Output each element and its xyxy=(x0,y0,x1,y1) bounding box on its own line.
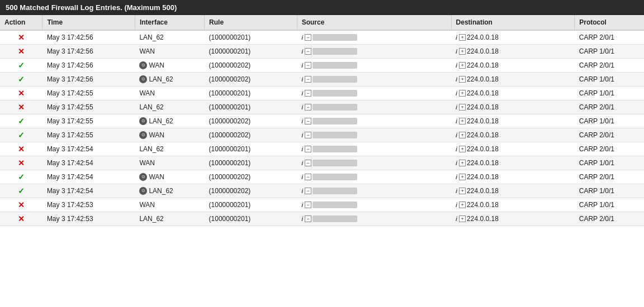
dest-info-icon[interactable]: i xyxy=(456,48,457,55)
source-minus-button[interactable]: − xyxy=(305,90,311,97)
rule-cell: (1000000202) xyxy=(205,59,297,73)
allow-icon: ✓ xyxy=(18,172,25,181)
source-minus-button[interactable]: − xyxy=(305,62,311,69)
dest-info-icon[interactable]: i xyxy=(456,146,457,152)
source-minus-button[interactable]: − xyxy=(305,104,311,111)
source-minus-button[interactable]: − xyxy=(305,76,311,83)
destination-cell: i+ 224.0.0.18 xyxy=(451,128,575,142)
source-minus-button[interactable]: − xyxy=(305,118,311,124)
protocol-cell: CARP 2/0/1 xyxy=(575,142,644,156)
source-minus-button[interactable]: − xyxy=(305,132,311,138)
protocol-cell: CARP 2/0/1 xyxy=(575,59,644,73)
dest-info-icon[interactable]: i xyxy=(456,34,457,41)
time-cell: May 3 17:42:53 xyxy=(42,198,135,212)
dest-info-icon[interactable]: i xyxy=(456,104,457,111)
interface-cell: ⊙LAN_62 xyxy=(135,73,204,87)
dest-info-icon[interactable]: i xyxy=(456,118,457,124)
deny-icon: ✕ xyxy=(18,145,25,154)
dest-info-icon[interactable]: i xyxy=(456,160,457,166)
dest-info-icon[interactable]: i xyxy=(456,188,457,194)
source-info-icon[interactable]: i xyxy=(301,215,303,222)
dest-plus-button[interactable]: + xyxy=(459,118,466,124)
dest-plus-button[interactable]: + xyxy=(459,48,466,55)
protocol-cell: CARP 2/0/1 xyxy=(575,128,644,142)
source-ip xyxy=(312,174,357,180)
dest-info-icon[interactable]: i xyxy=(456,62,457,69)
dest-plus-button[interactable]: + xyxy=(459,104,466,111)
dest-plus-button[interactable]: + xyxy=(459,160,466,166)
interface-cell: LAN_62 xyxy=(135,212,204,226)
deny-icon: ✕ xyxy=(18,200,25,209)
source-info-icon[interactable]: i xyxy=(301,62,303,69)
dest-info-icon[interactable]: i xyxy=(456,132,457,138)
source-minus-button[interactable]: − xyxy=(305,188,311,194)
source-minus-button[interactable]: − xyxy=(305,160,311,166)
source-info-icon[interactable]: i xyxy=(301,132,303,138)
time-cell: May 3 17:42:55 xyxy=(42,114,135,128)
allow-icon: ✓ xyxy=(18,186,25,195)
dest-info-icon[interactable]: i xyxy=(456,174,457,180)
dest-plus-button[interactable]: + xyxy=(459,215,466,222)
destination-cell: i+ 224.0.0.18 xyxy=(451,156,575,170)
source-minus-button[interactable]: − xyxy=(305,215,311,222)
rule-cell: (1000000202) xyxy=(205,114,297,128)
time-cell: May 3 17:42:55 xyxy=(42,128,135,142)
dest-ip: 224.0.0.18 xyxy=(467,131,499,139)
dest-ip: 224.0.0.18 xyxy=(467,159,499,167)
dest-info-icon[interactable]: i xyxy=(456,215,457,222)
source-minus-button[interactable]: − xyxy=(305,34,311,41)
source-info-icon[interactable]: i xyxy=(301,160,303,166)
interface-circle-icon: ⊙ xyxy=(139,173,147,181)
dest-info-icon[interactable]: i xyxy=(456,90,457,97)
dest-info-icon[interactable]: i xyxy=(456,202,457,208)
protocol-cell: CARP 1/0/1 xyxy=(575,73,644,87)
source-cell: i− xyxy=(297,59,451,73)
rule-cell: (1000000202) xyxy=(205,128,297,142)
dest-info-icon[interactable]: i xyxy=(456,76,457,83)
source-minus-button[interactable]: − xyxy=(305,174,311,180)
action-cell: ✕ xyxy=(0,142,42,156)
interface-name: LAN_62 xyxy=(139,103,163,111)
source-info-icon[interactable]: i xyxy=(301,48,303,55)
source-info-icon[interactable]: i xyxy=(301,90,303,97)
rule-cell: (1000000201) xyxy=(205,87,297,100)
interface-circle-icon: ⊙ xyxy=(139,131,147,139)
destination-cell: i+ 224.0.0.18 xyxy=(451,198,575,212)
source-minus-button[interactable]: − xyxy=(305,146,311,152)
source-info-icon[interactable]: i xyxy=(301,118,303,124)
rule-cell: (1000000202) xyxy=(205,184,297,198)
dest-plus-button[interactable]: + xyxy=(459,202,466,208)
dest-plus-button[interactable]: + xyxy=(459,90,466,97)
source-info-icon[interactable]: i xyxy=(301,174,303,180)
dest-plus-button[interactable]: + xyxy=(459,174,466,180)
dest-plus-button[interactable]: + xyxy=(459,132,466,138)
dest-ip: 224.0.0.18 xyxy=(467,173,499,181)
dest-plus-button[interactable]: + xyxy=(459,146,466,152)
col-header-action: Action xyxy=(0,15,42,30)
destination-cell: i+ 224.0.0.18 xyxy=(451,170,575,184)
dest-plus-button[interactable]: + xyxy=(459,76,466,83)
col-header-interface: Interface xyxy=(135,15,204,30)
source-info-icon[interactable]: i xyxy=(301,146,303,152)
source-minus-button[interactable]: − xyxy=(305,202,311,208)
protocol-cell: CARP 1/0/1 xyxy=(575,184,644,198)
protocol-cell: CARP 2/0/1 xyxy=(575,100,644,114)
protocol-cell: CARP 1/0/1 xyxy=(575,45,644,59)
source-info-icon[interactable]: i xyxy=(301,104,303,111)
dest-plus-button[interactable]: + xyxy=(459,62,466,69)
table-row: ✓May 3 17:42:56⊙WAN(1000000202)i− i+ 224… xyxy=(0,59,644,73)
dest-plus-button[interactable]: + xyxy=(459,188,466,194)
dest-plus-button[interactable]: + xyxy=(459,34,466,41)
interface-cell: LAN_62 xyxy=(135,30,204,45)
source-ip xyxy=(312,146,357,152)
source-info-icon[interactable]: i xyxy=(301,76,303,83)
rule-cell: (1000000202) xyxy=(205,170,297,184)
source-minus-button[interactable]: − xyxy=(305,48,311,55)
interface-name: LAN_62 xyxy=(149,187,173,195)
source-info-icon[interactable]: i xyxy=(301,202,303,208)
source-info-icon[interactable]: i xyxy=(301,34,303,41)
dest-ip: 224.0.0.18 xyxy=(467,187,499,195)
source-info-icon[interactable]: i xyxy=(301,188,303,194)
deny-icon: ✕ xyxy=(18,103,25,112)
destination-cell: i+ 224.0.0.18 xyxy=(451,142,575,156)
